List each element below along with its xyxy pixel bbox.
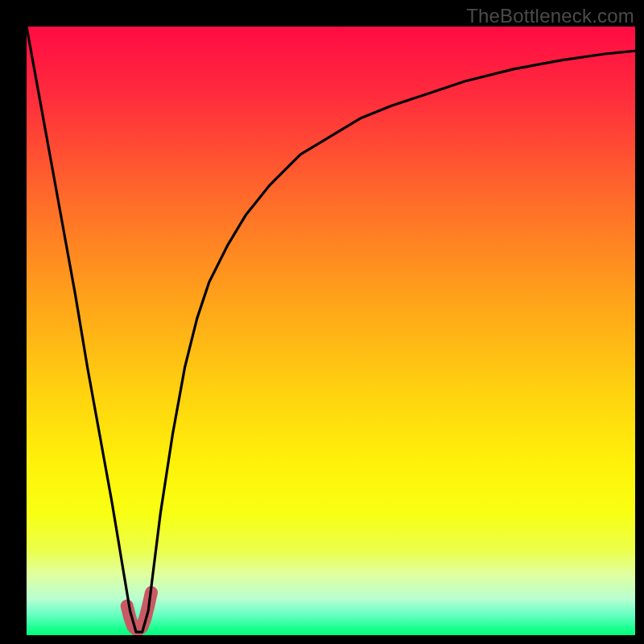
chart-svg xyxy=(27,27,635,635)
plot-area xyxy=(27,27,635,635)
chart-frame: TheBottleneck.com xyxy=(0,0,644,644)
watermark-label: TheBottleneck.com xyxy=(466,5,634,27)
